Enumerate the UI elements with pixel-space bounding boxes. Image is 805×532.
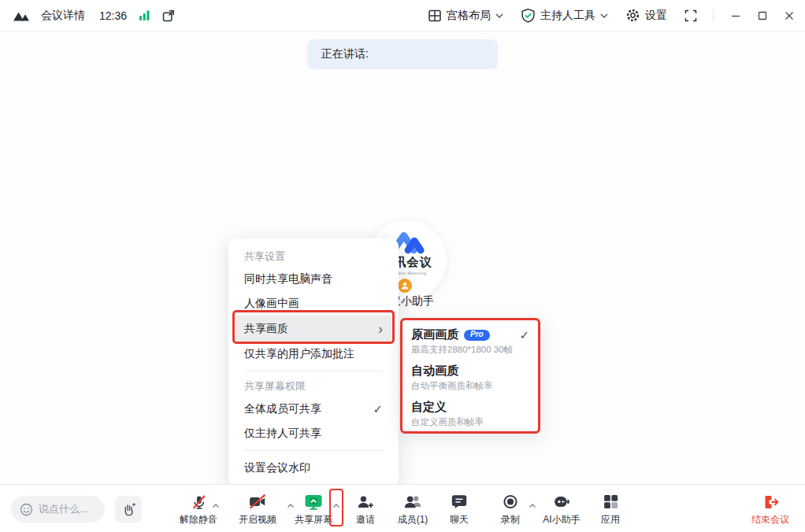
menu-divider: [244, 450, 383, 451]
chevron-down-icon: [495, 13, 503, 18]
end-meeting-icon: [762, 491, 780, 512]
submenu-item-custom-quality[interactable]: 自定义: [411, 398, 529, 416]
titlebar-divider: [713, 9, 714, 22]
share-screen-icon: [304, 491, 323, 512]
menu-item-only-sharer-annotate[interactable]: 仅共享的用户添加批注: [228, 342, 399, 366]
open-external-icon[interactable]: [161, 9, 176, 23]
unmute-label: 解除静音: [180, 513, 217, 526]
start-video-button[interactable]: 开启视频: [239, 491, 276, 526]
invite-person-icon: [356, 491, 375, 512]
submenu-item-desc: 自动平衡画质和帧率: [411, 380, 529, 393]
microphone-muted-icon: [190, 491, 208, 512]
network-signal-icon[interactable]: [138, 9, 150, 22]
smiley-icon[interactable]: [20, 503, 33, 516]
minimize-icon: [731, 11, 740, 20]
meeting-timer: 12:36: [99, 9, 127, 22]
chevron-down-icon: [600, 13, 608, 18]
submenu-item-label: 自动画质: [411, 364, 458, 379]
share-screen-button[interactable]: 共享屏幕: [295, 491, 332, 526]
assistant-avatar: [396, 277, 414, 294]
speaking-label: 正在讲话:: [321, 47, 369, 61]
gear-icon: [625, 8, 640, 23]
fullscreen-icon: [684, 9, 697, 22]
record-icon: [502, 491, 519, 512]
bottom-toolbar: 说点什么... 解除静音 开启视频: [0, 484, 805, 532]
video-options-chevron[interactable]: [288, 504, 295, 508]
host-tools-label: 主持人工具: [540, 9, 595, 23]
menu-item-share-quality[interactable]: 共享画质 ›: [236, 316, 391, 342]
menu-item-share-computer-audio[interactable]: 同时共享电脑声音: [228, 267, 399, 291]
chat-label: 聊天: [450, 513, 469, 526]
invite-label: 邀请: [356, 513, 375, 526]
submenu-item-desc: 最高支持2880*1800 30帧: [411, 344, 529, 357]
record-button[interactable]: 录制: [501, 491, 520, 526]
mute-options-chevron[interactable]: [213, 504, 220, 508]
submenu-item-label: 自定义: [411, 400, 447, 415]
submenu-item-original-quality[interactable]: 原画画质 Pro ✓: [411, 326, 529, 344]
apps-button[interactable]: 应用: [601, 491, 620, 526]
meeting-window: 会议详情 12:36 宫格布局: [0, 0, 805, 532]
ai-assistant-button[interactable]: AI小助手: [543, 491, 580, 526]
titlebar-right: 宫格布局 主持人工具 设置: [410, 8, 794, 23]
grid-layout-icon: [428, 9, 442, 23]
submenu-item-label: 原画画质: [411, 327, 458, 342]
chat-bubble-icon: [451, 491, 468, 512]
meeting-details-button[interactable]: 会议详情: [41, 9, 85, 23]
person-icon: [399, 280, 410, 291]
app-logo-icon: [13, 9, 30, 23]
start-video-label: 开启视频: [239, 513, 276, 526]
layout-label: 宫格布局: [447, 9, 491, 23]
raise-hand-button[interactable]: [115, 496, 142, 523]
share-options-menu: 共享设置 同时共享电脑声音 人像画中画 共享画质 › 仅共享的用户添加批注 共享…: [228, 238, 399, 486]
menu-item-set-watermark[interactable]: 设置会议水印: [228, 456, 399, 480]
menu-item-label: 共享画质: [244, 322, 288, 336]
share-quality-submenu: 原画画质 Pro ✓ 最高支持2880*1800 30帧 自动画质 自动平衡画质…: [400, 318, 540, 434]
unmute-button[interactable]: 解除静音: [180, 491, 217, 526]
message-placeholder: 说点什么...: [39, 502, 88, 516]
share-options-chevron[interactable]: [333, 504, 340, 508]
chat-button[interactable]: 聊天: [450, 491, 469, 526]
members-label: 成员(1): [398, 513, 428, 526]
menu-item-picture-in-picture[interactable]: 人像画中画: [228, 291, 399, 316]
maximize-button[interactable]: [758, 11, 767, 20]
pro-badge: Pro: [464, 330, 490, 341]
submenu-arrow-icon: ›: [378, 322, 383, 336]
menu-item-label: 仅主持人可共享: [244, 427, 321, 441]
shield-check-icon: [521, 8, 536, 23]
ai-assistant-label: AI小助手: [543, 513, 580, 526]
members-button[interactable]: 成员(1): [398, 491, 428, 526]
speaking-banner: 正在讲话:: [307, 39, 498, 69]
minimize-button[interactable]: [731, 11, 740, 20]
settings-label: 设置: [645, 9, 667, 23]
record-label: 录制: [501, 513, 520, 526]
end-meeting-button[interactable]: 结束会议: [751, 491, 789, 526]
host-tools-button[interactable]: 主持人工具: [521, 8, 608, 23]
camera-muted-icon: [248, 491, 267, 512]
invite-button[interactable]: 邀请: [356, 491, 375, 526]
close-button[interactable]: [785, 11, 794, 20]
menu-item-all-members-can-share[interactable]: 全体成员可共享 ✓: [228, 397, 399, 421]
titlebar-left: 会议详情 12:36: [13, 9, 187, 23]
share-settings-header: 共享设置: [228, 246, 399, 267]
end-meeting-label: 结束会议: [751, 513, 789, 526]
submenu-item-desc: 自定义画质和帧率: [411, 416, 529, 430]
submenu-item-auto-quality[interactable]: 自动画质: [411, 362, 529, 380]
apps-label: 应用: [601, 513, 620, 526]
layout-switcher[interactable]: 宫格布局: [428, 9, 503, 23]
message-input[interactable]: 说点什么...: [11, 496, 105, 523]
fullscreen-button[interactable]: [684, 9, 697, 22]
menu-item-label: 仅共享的用户添加批注: [244, 347, 354, 361]
menu-item-host-only-can-share[interactable]: 仅主持人可共享: [228, 421, 399, 445]
members-icon: [402, 491, 422, 512]
check-icon: ✓: [373, 402, 383, 416]
settings-button[interactable]: 设置: [625, 8, 667, 23]
close-icon: [785, 11, 794, 20]
check-icon: ✓: [519, 328, 529, 342]
record-options-chevron[interactable]: [529, 504, 536, 508]
menu-item-label: 同时共享电脑声音: [244, 272, 332, 286]
menu-item-label: 设置会议水印: [244, 461, 310, 475]
maximize-icon: [758, 11, 767, 20]
raised-hand-icon: [121, 501, 137, 518]
menu-divider: [244, 371, 383, 371]
apps-grid-icon: [603, 491, 619, 512]
